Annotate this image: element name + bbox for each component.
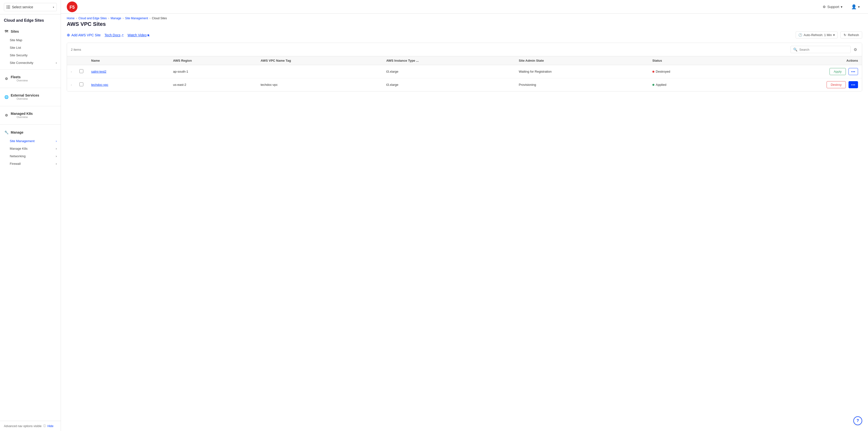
chevron-down-icon: ▾ [53, 6, 54, 8]
sidebar-item-external-services[interactable]: 🌐 External Services Overview [0, 91, 61, 103]
breadcrumb-site-management[interactable]: Site Management [125, 17, 148, 20]
more-actions-button[interactable]: ••• [848, 68, 858, 75]
add-aws-vpc-site-button[interactable]: ⊕ Add AWS VPC Site [67, 31, 101, 39]
sites-label: Sites [11, 29, 19, 33]
footer-text: Advanced nav options visible [4, 424, 42, 428]
row-name-link[interactable]: salini-test2 [91, 70, 106, 74]
th-name: Name [87, 56, 169, 65]
chevron-down-icon: ▾ [858, 5, 860, 9]
tech-docs-label: Tech Docs [104, 33, 120, 37]
fleets-label: Fleets [11, 75, 28, 79]
row-expand-icon[interactable]: › [71, 84, 72, 86]
action-bar: ⊕ Add AWS VPC Site Tech Docs ↗ Watch Vid… [67, 31, 862, 39]
row-admin-state: Waiting for Registration [515, 65, 649, 78]
row-status: Destroyed [649, 65, 733, 78]
more-actions-button-active[interactable]: ••• [848, 81, 858, 88]
status-dot-icon [652, 71, 654, 73]
apply-button[interactable]: Apply [830, 68, 846, 75]
service-select-text: Select service [12, 5, 33, 9]
sidebar-footer: Advanced nav options visible ⓘ Hide [0, 421, 61, 431]
th-actions: Actions [733, 56, 862, 65]
tech-docs-link[interactable]: Tech Docs ↗ [104, 33, 124, 37]
managed-k8s-subtitle: Overview [17, 116, 33, 119]
watch-video-label: Watch Video [127, 33, 147, 37]
support-label: Support [827, 5, 839, 9]
nav-section-manage: 🔧 Manage Site Management › Manage K8s › … [0, 125, 61, 169]
row-aws-region: ap-south-1 [169, 65, 257, 78]
refresh-button[interactable]: ↻ Refresh [840, 31, 862, 38]
row-vpc-name-tag [257, 65, 382, 78]
external-services-subtitle: Overview [17, 97, 39, 101]
sidebar-item-site-connectivity[interactable]: Site Connectivity › [0, 59, 61, 66]
service-select-dropdown[interactable]: Select service ▾ [4, 3, 57, 11]
manage-k8s-label: Manage K8s [10, 147, 28, 150]
table-header: Name AWS Region AWS VPC Name Tag AWS Ins… [67, 56, 862, 65]
sidebar-header: Select service ▾ [0, 0, 61, 15]
user-button[interactable]: 👤 ▾ [849, 3, 862, 11]
sidebar-item-manage[interactable]: 🔧 Manage [0, 127, 61, 137]
nav-section-managed-k8s: ⚙ Managed K8s Overview [0, 107, 61, 123]
row-name-link[interactable]: techdoc-vpc [91, 83, 108, 87]
row-aws-region: us-east-2 [169, 78, 257, 91]
table-toolbar: 2 items 🔍 ⚙ [67, 43, 862, 56]
fleets-subtitle: Overview [17, 79, 28, 82]
table-row: › techdoc-vpc us-east-2 techdoc-vpc t3.x… [67, 78, 862, 91]
manage-icon: 🔧 [4, 130, 9, 135]
grid-icon [7, 5, 10, 9]
sidebar: Select service ▾ Cloud and Edge Sites 🗺 … [0, 0, 61, 431]
row-vpc-name-tag: techdoc-vpc [257, 78, 382, 91]
th-expand [67, 56, 75, 65]
table-settings-button[interactable]: ⚙ [852, 46, 858, 53]
service-select-label: Select service [7, 5, 33, 9]
action-bar-right: 🕐 Auto-Refresh: 1 Min ▾ ↻ Refresh [796, 31, 862, 38]
sites-icon: 🗺 [4, 29, 9, 34]
auto-refresh-dropdown[interactable]: 🕐 Auto-Refresh: 1 Min ▾ [796, 31, 838, 38]
row-checkbox[interactable] [80, 82, 83, 86]
sidebar-item-managed-k8s[interactable]: ⚙ Managed K8s Overview [0, 109, 61, 121]
support-icon: ⚙ [823, 5, 826, 9]
th-checkbox [75, 56, 87, 65]
row-checkbox[interactable] [80, 69, 83, 73]
sidebar-item-firewall[interactable]: Firewall › [0, 160, 61, 168]
breadcrumb-cloud-edge[interactable]: Cloud and Edge Sites [79, 17, 107, 20]
sidebar-item-site-management[interactable]: Site Management › [0, 137, 61, 145]
plus-icon: ⊕ [67, 33, 70, 37]
breadcrumb-home[interactable]: Home [67, 17, 74, 20]
fleets-icon: ⚙ [4, 76, 9, 81]
play-icon: ▶ [148, 33, 150, 36]
breadcrumb-manage[interactable]: Manage [111, 17, 121, 20]
sidebar-item-manage-k8s[interactable]: Manage K8s › [0, 145, 61, 152]
user-icon: 👤 [851, 4, 857, 9]
th-vpc-name-tag: AWS VPC Name Tag [257, 56, 382, 65]
table-row: › salini-test2 ap-south-1 t3.xlarge Wait… [67, 65, 862, 78]
f5-logo: F5 [67, 1, 78, 12]
chevron-down-icon: ▾ [841, 5, 842, 9]
firewall-label: Firewall [10, 162, 21, 166]
help-button[interactable]: ? [854, 416, 862, 425]
breadcrumb-sep: › [150, 17, 151, 20]
auto-refresh-label: Auto-Refresh: 1 Min [804, 33, 832, 37]
sidebar-item-fleets[interactable]: ⚙ Fleets Overview [0, 73, 61, 85]
refresh-icon: ↻ [844, 33, 846, 37]
watch-video-link[interactable]: Watch Video ▶ [127, 33, 150, 37]
chevron-right-icon: › [56, 61, 57, 65]
search-input[interactable] [799, 48, 848, 52]
external-link-icon: ↗ [121, 33, 124, 36]
th-admin-state: Site Admin State [515, 56, 649, 65]
chevron-right-icon: › [56, 139, 57, 143]
sidebar-item-site-list[interactable]: Site List [0, 44, 61, 52]
sidebar-item-sites[interactable]: 🗺 Sites [0, 27, 61, 36]
hide-nav-link[interactable]: Hide [48, 424, 54, 428]
aws-vpc-sites-table-container: 2 items 🔍 ⚙ Name AWS Region [67, 42, 862, 91]
topbar-right: ⚙ Support ▾ 👤 ▾ [820, 3, 862, 11]
support-button[interactable]: ⚙ Support ▾ [820, 3, 845, 10]
sidebar-item-site-security[interactable]: Site Security [0, 52, 61, 59]
sidebar-section-title: Cloud and Edge Sites [0, 15, 61, 25]
row-expand-icon[interactable]: › [71, 70, 72, 73]
sidebar-item-site-map[interactable]: Site Map [0, 36, 61, 44]
topbar: F5 ⚙ Support ▾ 👤 ▾ [61, 0, 868, 13]
destroy-button[interactable]: Destroy [827, 81, 846, 88]
th-aws-region: AWS Region [169, 56, 257, 65]
managed-k8s-icon: ⚙ [4, 113, 9, 118]
sidebar-item-networking[interactable]: Networking › [0, 152, 61, 160]
